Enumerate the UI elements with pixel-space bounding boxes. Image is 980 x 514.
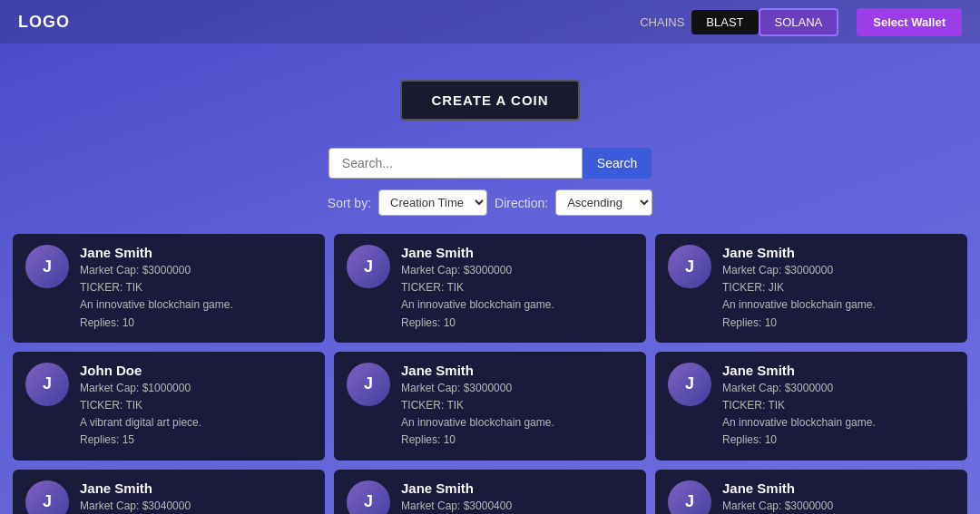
coin-name: Jane Smith [80, 245, 312, 260]
coin-replies: Replies: 10 [722, 432, 955, 449]
coin-info: Jane Smith Market Cap: $3000000 TICKER: … [401, 363, 633, 450]
avatar: J [668, 245, 711, 288]
coin-card[interactable]: J Jane Smith Market Cap: $3000000 TICKER… [334, 234, 646, 343]
coin-name: Jane Smith [401, 480, 633, 496]
coin-description: An innovative blockchain game. [80, 296, 312, 314]
create-coin-button[interactable]: CREATE A COIN [400, 80, 579, 121]
coin-card[interactable]: J Jane Smith Market Cap: $3000000 TICKER… [655, 470, 967, 515]
coin-description: An innovative blockchain game. [401, 296, 633, 314]
tab-solana[interactable]: SOLANA [759, 8, 839, 36]
coin-name: Jane Smith [722, 245, 955, 260]
coin-card[interactable]: J Jane Smith Market Cap: $3000400 TICKER… [334, 470, 646, 515]
coin-card[interactable]: J Jane Smith Market Cap: $3040000 TICKER… [13, 470, 325, 515]
coin-info: Jane Smith Market Cap: $3000000 TICKER: … [722, 363, 955, 450]
coin-replies: Replies: 10 [80, 315, 312, 332]
sort-row: Sort by: Creation Time Market Cap Replie… [328, 189, 652, 216]
logo: LOGO [18, 13, 70, 32]
coin-market-cap: Market Cap: $3000000 [401, 262, 633, 279]
coin-info: Jane Smith Market Cap: $3000000 TICKER: … [722, 480, 955, 515]
coin-info: Jane Smith Market Cap: $3040000 TICKER: … [80, 480, 312, 515]
coin-market-cap: Market Cap: $3000000 [722, 262, 955, 279]
coin-ticker: TICKER: TIK [722, 397, 955, 414]
direction-label: Direction: [495, 196, 548, 210]
coin-ticker: TICKER: TIK [80, 397, 312, 414]
coin-ticker: TICKER: TIK [401, 397, 633, 414]
coin-card[interactable]: J John Doe Market Cap: $1000000 TICKER: … [13, 352, 325, 461]
coin-name: Jane Smith [401, 245, 633, 260]
hero-section: CREATE A COIN [0, 44, 980, 148]
coin-ticker: TICKER: TIK [401, 279, 633, 296]
search-section: Search Sort by: Creation Time Market Cap… [0, 148, 980, 216]
coin-ticker: TICKER: TIK [80, 279, 312, 296]
coin-info: Jane Smith Market Cap: $3000000 TICKER: … [722, 245, 955, 332]
coins-grid: J Jane Smith Market Cap: $3000000 TICKER… [0, 234, 980, 514]
coin-description: An innovative blockchain game. [722, 296, 955, 314]
coin-replies: Replies: 10 [401, 315, 633, 332]
coin-market-cap: Market Cap: $3000000 [722, 498, 955, 515]
coin-market-cap: Market Cap: $3000000 [401, 380, 633, 397]
sort-select[interactable]: Creation Time Market Cap Replies [378, 189, 487, 216]
direction-select[interactable]: Ascending Descending [555, 189, 652, 216]
avatar: J [25, 245, 69, 288]
sort-by-label: Sort by: [328, 196, 371, 210]
coin-card[interactable]: J Jane Smith Market Cap: $3000000 TICKER… [655, 352, 967, 461]
coin-description: An innovative blockchain game. [401, 414, 633, 432]
search-button[interactable]: Search [583, 148, 652, 179]
avatar: J [668, 480, 711, 515]
coin-info: Jane Smith Market Cap: $3000000 TICKER: … [401, 245, 633, 332]
coin-name: Jane Smith [722, 480, 955, 496]
coin-name: Jane Smith [80, 480, 312, 496]
chains-label: CHAINS [640, 15, 684, 29]
coin-description: An innovative blockchain game. [722, 414, 955, 432]
coin-market-cap: Market Cap: $3000000 [80, 262, 312, 279]
tab-blast[interactable]: BLAST [691, 10, 758, 34]
coin-replies: Replies: 15 [80, 432, 312, 449]
coin-replies: Replies: 10 [722, 315, 955, 332]
coin-description: A vibrant digital art piece. [80, 414, 312, 432]
avatar: J [347, 245, 390, 288]
coin-market-cap: Market Cap: $3000400 [401, 498, 633, 515]
coin-name: Jane Smith [401, 363, 633, 378]
select-wallet-button[interactable]: Select Wallet [857, 8, 962, 36]
coin-replies: Replies: 10 [401, 432, 633, 449]
coin-card[interactable]: J Jane Smith Market Cap: $3000000 TICKER… [13, 234, 325, 343]
coin-info: Jane Smith Market Cap: $3000000 TICKER: … [80, 245, 312, 332]
navbar: LOGO CHAINS BLAST SOLANA Select Wallet [0, 0, 980, 44]
avatar: J [25, 480, 69, 515]
coin-info: Jane Smith Market Cap: $3000400 TICKER: … [401, 480, 633, 515]
search-row: Search [328, 148, 652, 179]
search-input[interactable] [328, 148, 583, 179]
avatar: J [347, 363, 390, 406]
coin-card[interactable]: J Jane Smith Market Cap: $3000000 TICKER… [655, 234, 967, 343]
coin-name: John Doe [80, 363, 312, 378]
coin-market-cap: Market Cap: $3040000 [80, 498, 312, 515]
avatar: J [668, 363, 711, 406]
coin-card[interactable]: J Jane Smith Market Cap: $3000000 TICKER… [334, 352, 646, 461]
avatar: J [347, 480, 390, 515]
coin-market-cap: Market Cap: $3000000 [722, 380, 955, 397]
coin-ticker: TICKER: JIK [722, 279, 955, 296]
coin-info: John Doe Market Cap: $1000000 TICKER: TI… [80, 363, 312, 450]
coin-market-cap: Market Cap: $1000000 [80, 380, 312, 397]
avatar: J [25, 363, 69, 406]
coin-name: Jane Smith [722, 363, 955, 378]
